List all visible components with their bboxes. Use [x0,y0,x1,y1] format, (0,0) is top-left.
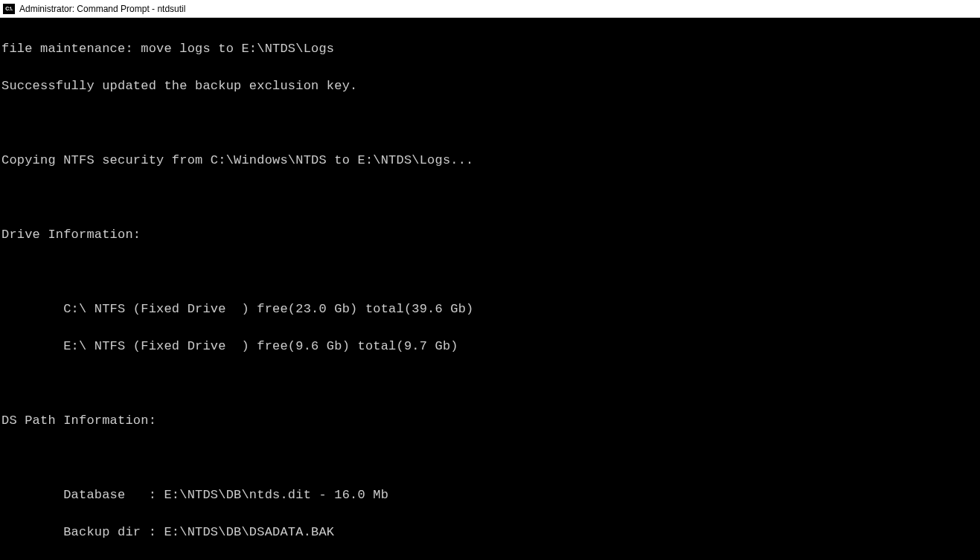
terminal-line [1,263,980,281]
terminal-line [1,374,980,393]
terminal-output[interactable]: file maintenance: move logs to E:\NTDS\L… [0,18,980,560]
terminal-line: E:\ NTFS (Fixed Drive ) free(9.6 Gb) tot… [1,337,980,355]
terminal-line: Drive Information: [1,225,980,244]
terminal-line: DS Path Information: [1,411,980,430]
terminal-line: C:\ NTFS (Fixed Drive ) free(23.0 Gb) to… [1,300,980,318]
terminal-line: file maintenance: move logs to E:\NTDS\L… [1,39,980,58]
terminal-line [1,448,980,467]
terminal-line [1,114,980,132]
terminal-line: Successfully updated the backup exclusio… [1,77,980,95]
window-title: Administrator: Command Prompt - ntdsutil [19,4,185,14]
cmd-icon: C:\. [3,4,15,14]
terminal-line [1,188,980,207]
terminal-line: Backup dir : E:\NTDS\DB\DSADATA.BAK [1,523,980,541]
terminal-line: Copying NTFS security from C:\Windows\NT… [1,151,980,170]
terminal-line: Database : E:\NTDS\DB\ntds.dit - 16.0 Mb [1,486,980,504]
window-titlebar[interactable]: C:\. Administrator: Command Prompt - ntd… [0,0,980,18]
